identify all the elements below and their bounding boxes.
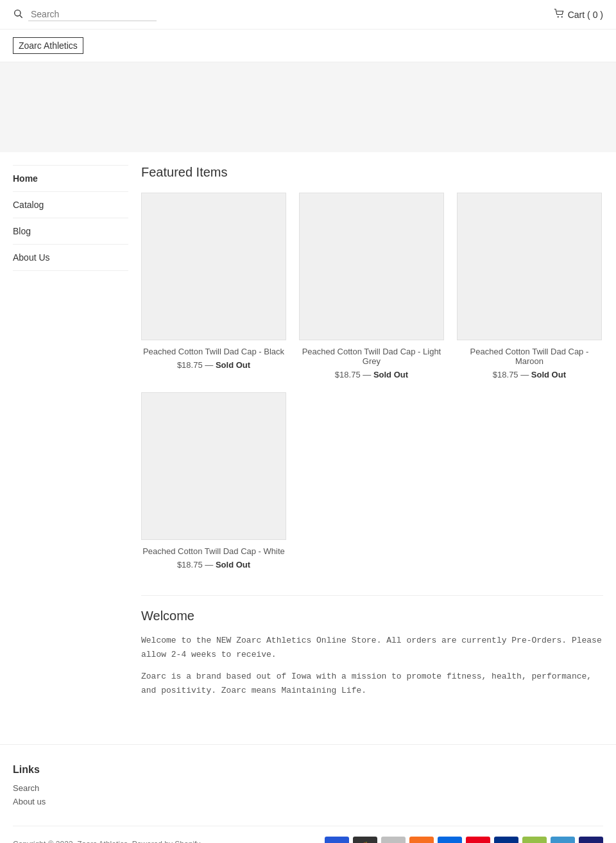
brand-name[interactable]: Zoarc Athletics: [13, 37, 83, 54]
product-card[interactable]: Peached Cotton Twill Dad Cap - White $18…: [141, 392, 286, 569]
search-area: [13, 8, 157, 21]
product-price: $18.75 — Sold Out: [299, 370, 444, 379]
cart-label: Cart: [568, 10, 585, 20]
hero-image: [0, 62, 616, 152]
payment-icon-venmo: Venmo: [551, 837, 575, 843]
header: Cart ( 0 ): [0, 0, 616, 30]
payment-icon-shopify-pay: SHPay: [522, 837, 547, 843]
sidebar-item-blog[interactable]: Blog: [13, 218, 128, 245]
featured-title: Featured Items: [141, 165, 603, 180]
payment-icon-paypal: PP: [494, 837, 518, 843]
brand-bar: Zoarc Athletics: [0, 30, 616, 62]
welcome-section: Welcome Welcome to the NEW Zoarc Athleti…: [141, 595, 603, 698]
cart-link[interactable]: Cart ( 0 ): [554, 8, 603, 21]
main-content: Featured Items Peached Cotton Twill Dad …: [141, 165, 603, 706]
payment-icon-meta: Meta: [438, 837, 462, 843]
product-name: Peached Cotton Twill Dad Cap - Maroon: [457, 347, 602, 366]
product-image: [299, 193, 444, 340]
footer-links: Links Search About us: [13, 764, 603, 806]
product-name: Peached Cotton Twill Dad Cap - Black: [141, 347, 286, 356]
footer-brand-link[interactable]: Zoarc Athletics: [77, 840, 128, 843]
welcome-paragraph-1: Welcome to the NEW Zoarc Athletics Onlin…: [141, 634, 603, 662]
sidebar-item-catalog[interactable]: Catalog: [13, 192, 128, 218]
product-image: [141, 392, 286, 540]
svg-point-3: [561, 16, 562, 17]
product-image: [457, 193, 602, 340]
product-card[interactable]: Peached Cotton Twill Dad Cap - Maroon $1…: [457, 193, 602, 379]
footer-link-search[interactable]: Search: [13, 783, 603, 793]
product-card[interactable]: Peached Cotton Twill Dad Cap - Black $18…: [141, 193, 286, 379]
sidebar-item-home[interactable]: Home: [13, 165, 128, 192]
payment-icon-apple: 🍎: [353, 837, 377, 843]
welcome-paragraph-2: Zoarc is a brand based out of Iowa with …: [141, 670, 603, 698]
footer-links-title: Links: [13, 764, 603, 776]
product-grid: Peached Cotton Twill Dad Cap - Black $18…: [141, 193, 603, 569]
footer-link-about-us[interactable]: About us: [13, 797, 603, 806]
footer: Links Search About us Copyright © 2023, …: [0, 744, 616, 843]
payment-icon-amex: AMEX: [325, 837, 349, 843]
product-image: [141, 193, 286, 340]
svg-point-0: [15, 10, 21, 16]
product-name: Peached Cotton Twill Dad Cap - White: [141, 546, 286, 556]
payment-icon-visa: VISA: [579, 837, 603, 843]
product-card[interactable]: Peached Cotton Twill Dad Cap - Light Gre…: [299, 193, 444, 379]
product-name: Peached Cotton Twill Dad Cap - Light Gre…: [299, 347, 444, 366]
payment-icon-diners: DINERS: [381, 837, 406, 843]
search-icon: [13, 8, 23, 21]
main-layout: Home Catalog Blog About Us Featured Item…: [0, 152, 616, 718]
payment-icons: AMEX 🍎 DINERS DISC Meta MC PP SHPay Venm…: [325, 837, 603, 843]
sidebar: Home Catalog Blog About Us: [13, 165, 128, 706]
footer-shopify-link[interactable]: Powered by Shopify: [132, 840, 201, 843]
product-price: $18.75 — Sold Out: [141, 360, 286, 370]
cart-count: ( 0 ): [587, 10, 603, 20]
payment-icon-mastercard: MC: [466, 837, 490, 843]
svg-line-1: [20, 15, 22, 18]
welcome-title: Welcome: [141, 609, 603, 623]
copyright: Copyright © 2023, Zoarc Athletics. Power…: [13, 840, 200, 843]
product-price: $18.75 — Sold Out: [141, 560, 286, 569]
svg-point-2: [557, 16, 558, 17]
search-input[interactable]: [28, 8, 157, 21]
payment-icon-discover: DISC: [409, 837, 434, 843]
cart-icon: [554, 8, 565, 21]
footer-bottom: Copyright © 2023, Zoarc Athletics. Power…: [13, 826, 603, 843]
product-price: $18.75 — Sold Out: [457, 370, 602, 379]
sidebar-item-about-us[interactable]: About Us: [13, 245, 128, 271]
